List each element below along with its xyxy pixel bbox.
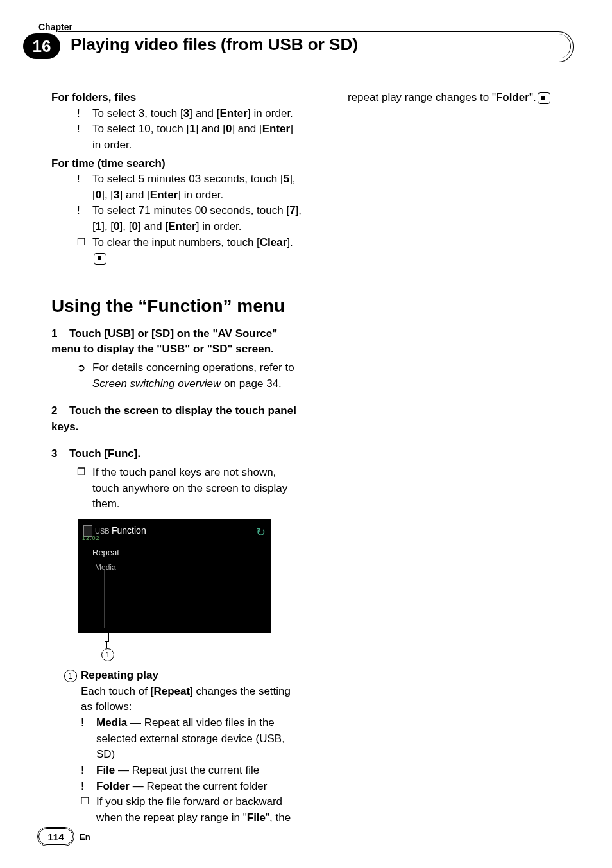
heading-time-search: For time (time search) [51,156,303,172]
function-word: Function [147,296,223,316]
key-1: 1 [96,220,101,232]
section-heading-function-menu: Using the “Function” menu [51,293,303,320]
bullet-dot-icon: ! [77,171,92,203]
function-title-label: Function [112,524,146,537]
step-text: Touch [USB] or [SD] on the "AV Source" m… [51,327,277,356]
bullet-dot-icon: ! [81,715,96,763]
text: ] and [ [189,107,219,119]
text: on page 34. [221,378,282,390]
text: ] in order. [178,189,223,201]
callout-guide-line [104,570,105,628]
step-number: 2 [51,403,69,419]
reference-icon: ➲ [77,360,92,392]
key-0: 0 [114,220,119,232]
step-number: 3 [51,446,69,462]
text: Each touch of [ [81,685,153,697]
option-folder: Folder [96,780,130,792]
bullet-folder: ! Folder — Repeat the current folder [81,779,303,795]
text: ]. [287,236,293,248]
function-menu-screenshot: USB Function 12:02 ↻ Repeat Media [78,519,271,633]
bullet-media: ! Media — Repeat all video files in the … [81,715,303,763]
text: To clear the input numbers, touch [ [92,236,260,248]
text: ], [ [101,189,114,201]
bullet-dot-icon: ! [77,121,92,153]
circled-number-icon: 1 [101,648,114,661]
bullet-dot-icon: ! [77,106,92,122]
key-enter: Enter [262,123,290,135]
text: To select 3, touch [ [92,107,183,119]
text: ], [ [101,220,114,232]
text: ] and [ [232,123,262,135]
bullet-time-5m03s: ! To select 5 minutes 03 seconds, touch … [77,171,303,203]
key-0: 0 [96,189,101,201]
right-column: repeat play range changes to "Folder". [322,90,574,826]
key-enter: Enter [150,189,178,201]
text: To select 10, touch [ [92,123,189,135]
key-enter: Enter [168,220,196,232]
step-text: Touch the screen to display the touch pa… [51,404,296,433]
text: ", the [266,812,291,824]
text: For details concerning operations, refer… [92,361,294,374]
bullet-time-71m00s: ! To select 71 minutes 00 seconds, touch… [77,203,303,234]
note-icon: ❐ [81,794,96,826]
text: If the touch panel keys are not shown, t… [92,465,303,512]
step-text: Touch [Func]. [69,447,140,460]
callout-number-1: 1 [101,648,303,661]
text: ” menu [223,296,285,316]
key-enter: Enter [219,107,247,119]
option-file: File [247,812,266,824]
bullet-dot-icon: ! [81,779,96,795]
text: ] in order. [248,107,293,119]
text: ] and [ [196,123,226,135]
key-clear: Clear [260,236,287,248]
section-end-icon [538,92,550,104]
key-1: 1 [189,123,195,135]
section-end-icon [94,253,106,265]
page-title: Playing video files (from USB or SD) [71,35,358,55]
legend-1-description: Each touch of [Repeat] changes the setti… [81,684,303,715]
callout-connector [78,633,271,647]
left-column: For folders, files ! To select 3, touch … [51,90,303,826]
note-icon: ❐ [77,235,92,266]
circled-number-icon: 1 [64,670,77,682]
key-repeat: Repeat [153,685,190,697]
note-icon: ❐ [77,465,92,512]
continuation-text: repeat play range changes to "Folder". [348,90,574,106]
step-3-note: ❐ If the touch panel keys are not shown,… [77,465,303,512]
chapter-label: Chapter [38,22,72,32]
step-1: 1Touch [USB] or [SD] on the "AV Source" … [51,326,303,358]
text: — Repeat the current folder [130,780,268,792]
key-0: 0 [226,123,232,135]
step-1-reference: ➲ For details concerning operations, ref… [77,360,303,392]
option-media: Media [96,716,127,729]
repeat-value-label: Media [95,562,116,573]
divider [82,542,267,542]
divider [83,537,266,537]
option-folder: Folder [496,91,529,103]
text: To select 5 minutes 03 seconds, touch [ [92,173,284,185]
text: ] in order. [196,220,242,232]
note-skip-file: ❐ If you skip the file forward or backwa… [81,794,303,826]
bullet-select-10: ! To select 10, touch [1] and [0] and [E… [77,121,303,153]
step-3: 3Touch [Func]. [51,446,303,462]
key-0: 0 [132,220,137,232]
text: Using the “ [51,296,147,316]
bullet-dot-icon: ! [77,203,92,234]
text: ], [ [120,220,132,232]
text: repeat play range changes to " [348,91,496,103]
key-3: 3 [114,189,119,201]
legend-1-heading: 1 Repeating play [64,668,303,684]
option-file: File [96,764,115,776]
repeat-button[interactable]: Repeat [92,547,119,559]
ref-link-title: Screen switching overview [92,378,221,390]
page-footer: 114 En [38,828,90,845]
bullet-dot-icon: ! [81,763,96,779]
bullet-select-3: ! To select 3, touch [3] and [Enter] in … [77,106,303,122]
key-5: 5 [284,173,289,185]
key-7: 7 [289,204,295,216]
text: ] and [ [120,189,150,201]
back-icon[interactable]: ↻ [256,524,266,541]
step-number: 1 [51,326,69,342]
page-number-badge: 114 [38,828,73,845]
heading-folders-files: For folders, files [51,90,303,106]
